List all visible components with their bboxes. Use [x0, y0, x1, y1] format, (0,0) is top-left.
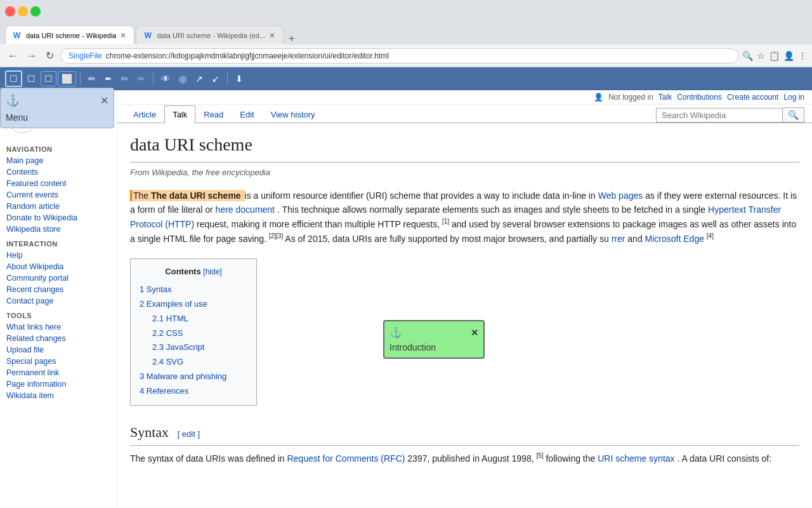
- article-subtitle: From Wikipedia, the free encyclopedia: [130, 166, 799, 180]
- toc-link-3[interactable]: 3 Malware and phishing: [140, 371, 226, 381]
- article-title: data URI scheme: [130, 131, 799, 163]
- tab-2-close[interactable]: ✕: [269, 31, 275, 40]
- ext-btn-pencil-1[interactable]: ✏: [84, 71, 100, 86]
- intro-link-webpages[interactable]: Web pages: [598, 190, 643, 201]
- address-input-container[interactable]: SingleFile chrome-extension://kdojppajkm…: [60, 48, 738, 64]
- ext-btn-3[interactable]: ☐: [41, 71, 56, 86]
- sidebar-item-special-pages[interactable]: Special pages: [0, 356, 117, 367]
- sidebar-item-random-article[interactable]: Random article: [0, 201, 117, 212]
- address-bar: ← → ↻ SingleFile chrome-extension://kdoj…: [0, 44, 812, 67]
- syntax-link-rfc[interactable]: Request for Comments (RFC): [287, 453, 405, 463]
- intro-text-3: . This technique allows normally separat…: [277, 204, 708, 215]
- ext-btn-arrow-2[interactable]: ↙: [208, 71, 223, 86]
- new-tab-button[interactable]: +: [285, 33, 298, 44]
- sidebar-item-about[interactable]: About Wikipedia: [0, 261, 117, 272]
- ext-btn-eye-1[interactable]: 👁: [157, 71, 174, 86]
- ext-btn-4[interactable]: ⬜: [58, 71, 76, 86]
- intro-highlight: The The data URI scheme: [130, 190, 245, 201]
- syntax-link-uri[interactable]: URI scheme syntax: [598, 453, 674, 463]
- sidebar-item-permanent-link[interactable]: Permanent link: [0, 367, 117, 378]
- popup-close-button[interactable]: ✕: [471, 328, 478, 338]
- panel-close-button[interactable]: ✕: [100, 95, 108, 107]
- topbar-contributions-link[interactable]: Contributions: [677, 93, 722, 102]
- sidebar-item-upload-file[interactable]: Upload file: [0, 344, 117, 356]
- sidebar-item-help[interactable]: Help: [0, 250, 117, 261]
- panel-anchor-icon: ⚓: [6, 93, 20, 107]
- intro-link-heredoc[interactable]: here document: [216, 204, 275, 215]
- tab-1-close[interactable]: ✕: [120, 31, 126, 40]
- bookmark-icon[interactable]: ☆: [757, 51, 765, 61]
- sidebar-item-what-links-here[interactable]: What links here: [0, 321, 117, 333]
- sidebar-item-related-changes[interactable]: Related changes: [0, 333, 117, 344]
- ext-btn-pencil-3[interactable]: ✏: [117, 71, 133, 86]
- tab-talk[interactable]: Talk: [164, 105, 195, 123]
- toc-link-2-1[interactable]: 2.1 HTML: [152, 314, 188, 323]
- tab-edit[interactable]: Edit: [232, 105, 262, 123]
- user-icon: 👤: [594, 93, 603, 102]
- toc-link-4[interactable]: 4 References: [140, 386, 188, 396]
- article-body: data URI scheme From Wikipedia, the free…: [117, 123, 812, 473]
- ext-btn-pencil-2[interactable]: ✒: [101, 71, 116, 86]
- forward-button[interactable]: →: [24, 49, 39, 63]
- extensions-icon[interactable]: 📋: [769, 51, 780, 61]
- tab-2-title: data URI scheme - Wikipedia (ed...: [157, 32, 265, 39]
- topbar-login-link[interactable]: Log in: [783, 93, 804, 102]
- ext-btn-arrow-1[interactable]: ↗: [192, 71, 207, 86]
- topbar-talk-link[interactable]: Talk: [658, 93, 672, 102]
- toc-link-2[interactable]: 2 Examples of use: [140, 299, 207, 309]
- toc-link-2-2[interactable]: 2.2 CSS: [152, 328, 183, 338]
- toc-link-2-3[interactable]: 2.3 JavaScript: [152, 342, 204, 352]
- sidebar-item-wikipedia-store[interactable]: Wikipedia store: [0, 224, 117, 235]
- ext-btn-pencil-4[interactable]: ✏: [134, 71, 149, 86]
- refresh-button[interactable]: ↻: [43, 48, 56, 63]
- sidebar-item-wikidata-item[interactable]: Wikidata item: [0, 390, 117, 401]
- ext-btn-eye-2[interactable]: ◎: [175, 71, 190, 86]
- ext-btn-download[interactable]: ⬇: [232, 71, 247, 86]
- back-button[interactable]: ←: [5, 49, 20, 63]
- intro-text-4: request, making it more efficient than m…: [197, 219, 440, 229]
- sidebar-item-donate[interactable]: Donate to Wikipedia: [0, 212, 117, 224]
- window-maximize-button[interactable]: [30, 6, 41, 17]
- sidebar-item-current-events[interactable]: Current events: [0, 189, 117, 201]
- tab-history[interactable]: View history: [263, 105, 324, 123]
- search-button[interactable]: 🔍: [783, 107, 804, 123]
- sidebar-item-community-portal[interactable]: Community portal: [0, 272, 117, 284]
- search-page-icon[interactable]: 🔍: [742, 51, 753, 61]
- tabs-search-row: Article Talk Read Edit View history 🔍: [117, 105, 812, 123]
- window-minimize-button[interactable]: [18, 6, 28, 17]
- intro-link-rrer[interactable]: rrer: [612, 234, 625, 244]
- ext-btn-1[interactable]: ☐: [5, 70, 22, 87]
- toc-link-1[interactable]: 1 Syntax: [140, 284, 172, 294]
- toc-title: Contents [hide]: [140, 265, 247, 279]
- sidebar-item-main-page[interactable]: Main page: [0, 155, 117, 166]
- window-controls[interactable]: [5, 6, 41, 17]
- tab-article[interactable]: Article: [125, 105, 164, 123]
- window-close-button[interactable]: [5, 6, 15, 17]
- floating-popup: ⚓ ✕ Introduction: [383, 320, 485, 359]
- popup-title: Introduction: [390, 342, 478, 352]
- sidebar-item-featured-content[interactable]: Featured content: [0, 178, 117, 189]
- topbar-create-account-link[interactable]: Create account: [727, 93, 778, 102]
- tab-1[interactable]: W data URI scheme - Wikipedia ✕: [5, 25, 134, 44]
- intro-text-6: As of 2015, data URIs are fully supporte…: [285, 234, 608, 244]
- ext-btn-2[interactable]: ☐: [23, 71, 39, 86]
- sidebar-item-page-information[interactable]: Page information: [0, 378, 117, 390]
- syntax-edit-link[interactable]: [ edit ]: [178, 429, 200, 439]
- panel-title: Menu: [6, 112, 108, 123]
- toc-link-2-4[interactable]: 2.4 SVG: [152, 357, 183, 366]
- wiki-sidebar: W Navigation Main page Contents Featured…: [0, 90, 117, 508]
- tab-2[interactable]: W data URI scheme - Wikipedia (ed... ✕: [136, 25, 284, 44]
- browser-titlebar: [0, 0, 812, 22]
- intro-highlight-text: The: [133, 190, 151, 201]
- tab-read[interactable]: Read: [195, 105, 232, 123]
- profile-icon[interactable]: 👤: [783, 51, 794, 61]
- search-input[interactable]: [656, 108, 783, 123]
- not-logged-in: Not logged in: [608, 93, 653, 102]
- sidebar-item-contents[interactable]: Contents: [0, 166, 117, 178]
- sidebar-item-contact-page[interactable]: Contact page: [0, 295, 117, 307]
- menu-icon[interactable]: ⋮: [798, 51, 807, 61]
- sidebar-item-recent-changes[interactable]: Recent changes: [0, 284, 117, 295]
- toc-item-2-4: 2.4 SVG: [140, 355, 247, 370]
- toc-hide-button[interactable]: [hide]: [203, 267, 221, 276]
- intro-link-edge[interactable]: Microsoft Edge: [645, 234, 704, 244]
